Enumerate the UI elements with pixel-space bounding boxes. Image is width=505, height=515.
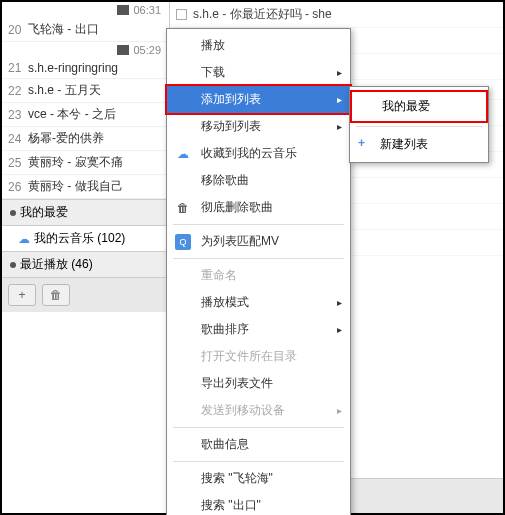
playlist-favorites[interactable]: 我的最爱 xyxy=(2,199,169,225)
menu-open-folder: 打开文件所在目录 xyxy=(167,343,350,370)
submenu: 我的最爱 +新建列表 xyxy=(349,86,489,163)
list-item[interactable]: s.h.e - 你最近还好吗 - she xyxy=(170,2,503,28)
submenu-my-favorites[interactable]: 我的最爱 xyxy=(350,90,488,123)
separator xyxy=(173,258,344,259)
menu-move-to-list[interactable]: 移动到列表▸ xyxy=(167,113,350,140)
left-panel: 06:31 20飞轮海 - 出口 05:29 21s.h.e-ringringr… xyxy=(2,2,170,513)
playlist-cloud[interactable]: ☁我的云音乐 (102) xyxy=(2,225,169,251)
menu-delete[interactable]: 🗑彻底删除歌曲 xyxy=(167,194,350,221)
time-row: 06:31 xyxy=(2,2,169,18)
song-row[interactable]: 23vce - 本兮 - 之后 xyxy=(2,103,169,127)
menu-play-mode[interactable]: 播放模式▸ xyxy=(167,289,350,316)
separator xyxy=(173,427,344,428)
video-icon xyxy=(117,45,129,55)
plus-icon: + xyxy=(358,136,365,150)
playlist-recent[interactable]: 最近播放 (46) xyxy=(2,251,169,277)
left-toolbar: + 🗑 xyxy=(2,277,169,312)
menu-add-to-list[interactable]: 添加到列表▸ xyxy=(165,84,352,115)
add-button[interactable]: + xyxy=(8,284,36,306)
chevron-right-icon: ▸ xyxy=(337,297,342,308)
cloud-icon: ☁ xyxy=(18,232,30,246)
separator xyxy=(173,461,344,462)
menu-remove[interactable]: 移除歌曲 xyxy=(167,167,350,194)
song-row[interactable]: 22s.h.e - 五月天 xyxy=(2,79,169,103)
chevron-right-icon: ▸ xyxy=(337,121,342,132)
chevron-right-icon: ▸ xyxy=(337,67,342,78)
menu-rename: 重命名 xyxy=(167,262,350,289)
video-icon xyxy=(117,5,129,15)
menu-download[interactable]: 下载▸ xyxy=(167,59,350,86)
chevron-right-icon: ▸ xyxy=(337,94,342,105)
menu-cloud-fav[interactable]: ☁收藏到我的云音乐 xyxy=(167,140,350,167)
mv-icon: Q xyxy=(175,234,191,250)
menu-search-artist[interactable]: 搜索 "飞轮海" xyxy=(167,465,350,492)
song-row[interactable]: 24杨幂-爱的供养 xyxy=(2,127,169,151)
trash-icon: 🗑 xyxy=(175,200,191,216)
menu-send-mobile: 发送到移动设备▸ xyxy=(167,397,350,424)
song-row[interactable]: 21s.h.e-ringringring xyxy=(2,58,169,79)
submenu-new-list[interactable]: +新建列表 xyxy=(350,130,488,159)
chevron-right-icon: ▸ xyxy=(337,324,342,335)
time-row: 05:29 xyxy=(2,42,169,58)
dot-icon xyxy=(10,262,16,268)
menu-sort[interactable]: 歌曲排序▸ xyxy=(167,316,350,343)
menu-play[interactable]: 播放 xyxy=(167,32,350,59)
context-menu: 播放 下载▸ 添加到列表▸ 移动到列表▸ ☁收藏到我的云音乐 移除歌曲 🗑彻底删… xyxy=(166,28,351,515)
separator xyxy=(173,224,344,225)
separator xyxy=(356,126,482,127)
cloud-icon: ☁ xyxy=(175,146,191,162)
menu-export[interactable]: 导出列表文件 xyxy=(167,370,350,397)
checkbox[interactable] xyxy=(176,9,187,20)
menu-match-mv[interactable]: Q为列表匹配MV xyxy=(167,228,350,255)
song-row[interactable]: 25黄丽玲 - 寂寞不痛 xyxy=(2,151,169,175)
song-row[interactable]: 26黄丽玲 - 做我自己 xyxy=(2,175,169,199)
menu-song-info[interactable]: 歌曲信息 xyxy=(167,431,350,458)
song-row[interactable]: 20飞轮海 - 出口 xyxy=(2,18,169,42)
chevron-right-icon: ▸ xyxy=(337,405,342,416)
menu-search-title[interactable]: 搜索 "出口" xyxy=(167,492,350,515)
dot-icon xyxy=(10,210,16,216)
delete-button[interactable]: 🗑 xyxy=(42,284,70,306)
